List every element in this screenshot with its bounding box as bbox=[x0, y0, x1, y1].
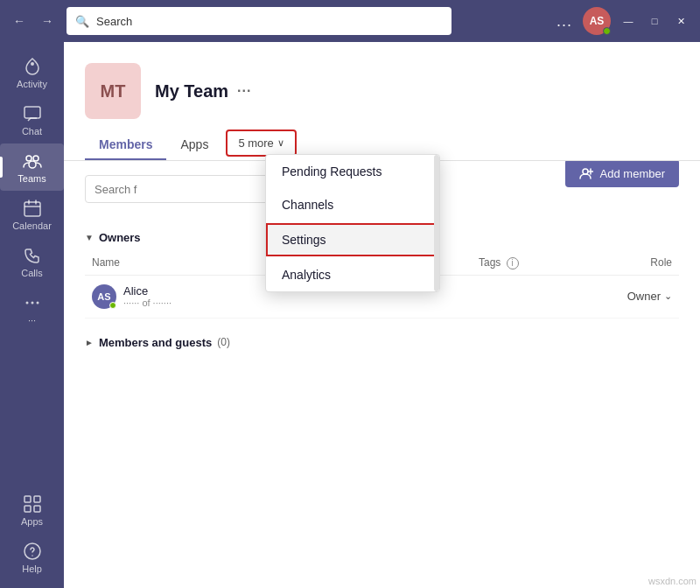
svg-rect-8 bbox=[24, 496, 31, 502]
title-bar: ← → 🔍 ... AS — □ ✕ bbox=[0, 0, 700, 42]
team-name: My Team ··· bbox=[155, 81, 251, 102]
tab-members[interactable]: Members bbox=[85, 130, 166, 160]
svg-point-2 bbox=[26, 156, 32, 161]
more-label: ··· bbox=[28, 315, 36, 326]
sidebar-item-apps[interactable]: Apps bbox=[0, 486, 64, 534]
back-button[interactable]: ← bbox=[7, 9, 32, 33]
calls-icon bbox=[22, 245, 43, 266]
members-chevron-icon: ► bbox=[85, 338, 94, 347]
watermark: wsxdn.com bbox=[648, 576, 696, 586]
teams-label: Teams bbox=[18, 173, 46, 184]
apps-label: Apps bbox=[21, 516, 43, 527]
sidebar-item-activity[interactable]: Activity bbox=[0, 49, 64, 96]
svg-point-3 bbox=[33, 156, 38, 161]
forward-button[interactable]: → bbox=[35, 9, 60, 33]
help-label: Help bbox=[22, 564, 42, 574]
apps-icon bbox=[22, 494, 43, 514]
activity-icon bbox=[22, 56, 43, 77]
row-name: Alice bbox=[123, 284, 172, 298]
svg-point-6 bbox=[31, 302, 33, 304]
col-tags-header: Tags i bbox=[479, 256, 576, 270]
team-header: MT My Team ··· bbox=[64, 42, 700, 119]
search-input[interactable] bbox=[96, 15, 443, 28]
user-avatar-button[interactable]: AS bbox=[583, 7, 611, 35]
add-member-button[interactable]: Add member bbox=[565, 161, 679, 187]
svg-rect-9 bbox=[34, 496, 40, 502]
sidebar-item-chat[interactable]: Chat bbox=[0, 96, 64, 144]
activity-label: Activity bbox=[17, 79, 47, 89]
sidebar-item-more[interactable]: ··· bbox=[0, 285, 64, 332]
sidebar-item-teams[interactable]: Teams bbox=[0, 144, 64, 191]
role-cell[interactable]: Owner ⌄ bbox=[576, 290, 673, 303]
tab-apps[interactable]: Apps bbox=[166, 130, 222, 160]
team-avatar: MT bbox=[85, 63, 141, 119]
dropdown-item-pending[interactable]: Pending Requests bbox=[266, 155, 439, 188]
title-bar-actions: ... AS — □ ✕ bbox=[551, 7, 693, 35]
dropdown-item-settings[interactable]: Settings bbox=[266, 223, 439, 256]
owners-chevron-icon: ▼ bbox=[85, 233, 94, 242]
teams-icon bbox=[22, 150, 43, 172]
name-cell: AS Alice ······ of ······· bbox=[92, 284, 285, 309]
col-role-header: Role bbox=[576, 256, 673, 270]
tags-info-icon[interactable]: i bbox=[507, 257, 519, 270]
sidebar: Activity Chat Teams bbox=[0, 42, 64, 588]
maximize-button[interactable]: □ bbox=[642, 9, 667, 33]
row-avatar-initials: AS bbox=[97, 291, 110, 302]
svg-point-5 bbox=[25, 302, 28, 304]
members-guests-section[interactable]: ► Members and guests (0) bbox=[85, 329, 679, 356]
close-button[interactable]: ✕ bbox=[668, 9, 693, 33]
svg-point-13 bbox=[32, 555, 33, 556]
svg-point-0 bbox=[31, 62, 34, 66]
tabs-bar: Members Apps 5 more ∨ Pending Requests C… bbox=[64, 119, 700, 161]
svg-rect-11 bbox=[34, 506, 40, 512]
dropdown-scrollbar[interactable] bbox=[434, 155, 439, 291]
row-status-dot bbox=[109, 302, 116, 309]
sidebar-item-calls[interactable]: Calls bbox=[0, 238, 64, 285]
more-tabs-button[interactable]: 5 more ∨ bbox=[226, 130, 296, 157]
search-members-input[interactable] bbox=[85, 175, 295, 203]
avatar-status-dot bbox=[603, 27, 611, 35]
chat-icon bbox=[22, 103, 43, 124]
col-name-header: Name bbox=[92, 256, 285, 270]
avatar-initials: AS bbox=[590, 15, 605, 27]
chat-label: Chat bbox=[22, 126, 42, 136]
sidebar-item-calendar[interactable]: Calendar bbox=[0, 191, 64, 238]
main-content: MT My Team ··· Members Apps 5 more ∨ Pen… bbox=[64, 42, 700, 588]
add-member-icon bbox=[579, 166, 593, 180]
calendar-icon bbox=[22, 198, 43, 219]
help-icon bbox=[22, 541, 43, 562]
dropdown-overlay: Pending Requests Channels Settings Analy… bbox=[265, 154, 440, 292]
svg-point-7 bbox=[36, 302, 38, 304]
app-layout: Activity Chat Teams bbox=[0, 42, 700, 588]
sidebar-item-help[interactable]: Help bbox=[0, 534, 64, 581]
window-controls: — □ ✕ bbox=[616, 9, 693, 33]
row-email: ······ of ······· bbox=[123, 298, 172, 308]
svg-rect-10 bbox=[24, 506, 31, 512]
dropdown-item-analytics[interactable]: Analytics bbox=[266, 258, 439, 291]
svg-point-14 bbox=[583, 169, 588, 174]
dropdown-menu: Pending Requests Channels Settings Analy… bbox=[265, 154, 440, 292]
row-avatar: AS bbox=[92, 284, 116, 309]
team-more-button[interactable]: ··· bbox=[237, 83, 251, 99]
dropdown-item-channels[interactable]: Channels bbox=[266, 188, 439, 221]
more-icon bbox=[22, 292, 43, 313]
svg-rect-1 bbox=[24, 107, 40, 118]
search-bar[interactable]: 🔍 bbox=[66, 7, 452, 35]
role-chevron-icon: ⌄ bbox=[664, 290, 672, 302]
svg-rect-4 bbox=[24, 202, 40, 216]
sidebar-bottom: Apps Help bbox=[0, 486, 64, 588]
nav-buttons: ← → bbox=[7, 9, 60, 33]
calendar-label: Calendar bbox=[12, 220, 52, 231]
more-options-button[interactable]: ... bbox=[551, 9, 578, 34]
minimize-button[interactable]: — bbox=[616, 9, 640, 33]
search-icon: 🔍 bbox=[75, 15, 89, 28]
calls-label: Calls bbox=[21, 268, 42, 278]
